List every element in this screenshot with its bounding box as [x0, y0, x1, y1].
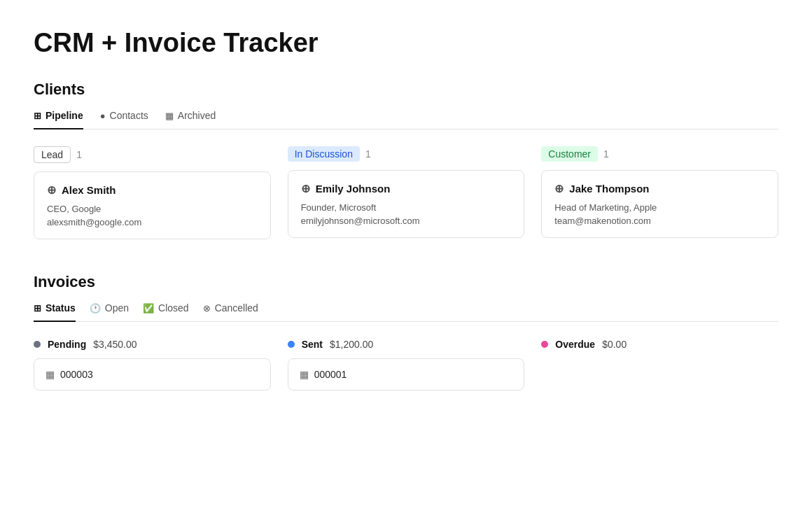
invoice-columns: Pending $3,450.00 ▦ 000003 Sent $1,200.0…	[34, 339, 778, 391]
clients-tabs: ⊞ Pipeline ● Contacts ▦ Archived	[34, 110, 778, 129]
invoice-card-000003[interactable]: ▦ 000003	[34, 358, 271, 391]
invoice-card-000001[interactable]: ▦ 000001	[288, 358, 525, 391]
tab-cancelled[interactable]: ⊗ Cancelled	[203, 302, 258, 322]
avatar-icon: ⊕	[301, 182, 310, 195]
invoice-number: 000001	[314, 369, 347, 380]
kanban-board: Lead 1 ⊕ Alex Smith CEO, Google alexsmit…	[34, 146, 778, 239]
column-label-lead: Lead	[34, 146, 71, 163]
open-icon: 🕐	[90, 303, 101, 314]
client-role: CEO, Google	[47, 204, 258, 214]
client-name-emily-johnson: ⊕ Emily Johnson	[301, 182, 512, 195]
invoices-section: Invoices ⊞ Status 🕐 Open ✅ Closed ⊗ Canc…	[34, 273, 778, 391]
client-role: Head of Marketing, Apple	[554, 202, 765, 213]
invoice-column-header-sent: Sent $1,200.00	[288, 339, 525, 350]
invoice-number: 000003	[60, 369, 93, 380]
client-email: emilyjohnson@microsoft.com	[301, 216, 512, 226]
tab-cancelled-label: Cancelled	[215, 302, 258, 314]
status-tab-icon: ⊞	[34, 303, 41, 314]
cancelled-icon: ⊗	[203, 303, 211, 314]
page-title: CRM + Invoice Tracker	[34, 28, 778, 58]
tab-pipeline-label: Pipeline	[46, 110, 83, 121]
column-count-customer: 1	[603, 148, 609, 160]
sent-dot	[288, 341, 295, 348]
client-name-text: Alex Smith	[62, 184, 116, 196]
overdue-amount: $0.00	[602, 339, 626, 350]
clients-section: Clients ⊞ Pipeline ● Contacts ▦ Archived…	[34, 80, 778, 239]
client-role: Founder, Microsoft	[301, 202, 512, 213]
avatar-icon: ⊕	[554, 182, 564, 195]
overdue-label: Overdue	[555, 339, 595, 350]
invoice-column-overdue: Overdue $0.00	[541, 339, 778, 391]
tab-status[interactable]: ⊞ Status	[34, 302, 76, 322]
tab-closed-label: Closed	[158, 302, 189, 314]
invoice-tabs: ⊞ Status 🕐 Open ✅ Closed ⊗ Cancelled	[34, 302, 778, 322]
invoices-section-title: Invoices	[34, 273, 778, 291]
tab-status-label: Status	[46, 302, 76, 314]
sent-label: Sent	[302, 339, 323, 350]
tab-contacts[interactable]: ● Contacts	[100, 110, 148, 129]
column-header-in-discussion: In Discussion 1	[288, 146, 525, 162]
invoice-column-pending: Pending $3,450.00 ▦ 000003	[34, 339, 271, 391]
pending-label: Pending	[48, 339, 86, 350]
invoice-column-sent: Sent $1,200.00 ▦ 000001	[288, 339, 525, 391]
client-email: team@makenotion.com	[554, 216, 765, 226]
invoice-id-000003: ▦ 000003	[46, 369, 259, 380]
column-count-in-discussion: 1	[365, 148, 371, 160]
kanban-column-customer: Customer 1 ⊕ Jake Thompson Head of Marke…	[541, 146, 778, 239]
pending-amount: $3,450.00	[93, 339, 136, 350]
column-header-lead: Lead 1	[34, 146, 271, 163]
invoice-id-000001: ▦ 000001	[300, 369, 513, 380]
kanban-column-lead: Lead 1 ⊕ Alex Smith CEO, Google alexsmit…	[34, 146, 271, 239]
sent-amount: $1,200.00	[330, 339, 373, 350]
overdue-dot	[541, 341, 548, 348]
invoice-doc-icon: ▦	[300, 369, 309, 380]
client-name-text: Jake Thompson	[569, 183, 649, 195]
column-label-in-discussion: In Discussion	[288, 146, 360, 162]
column-count-lead: 1	[76, 149, 82, 160]
tab-pipeline[interactable]: ⊞ Pipeline	[34, 110, 83, 129]
pending-dot	[34, 341, 41, 348]
client-card-emily-johnson[interactable]: ⊕ Emily Johnson Founder, Microsoft emily…	[288, 170, 525, 238]
tab-open-label: Open	[105, 302, 129, 314]
invoice-column-header-pending: Pending $3,450.00	[34, 339, 271, 350]
tab-archived-label: Archived	[178, 110, 216, 121]
client-email: alexsmith@google.com	[47, 217, 258, 227]
kanban-column-in-discussion: In Discussion 1 ⊕ Emily Johnson Founder,…	[288, 146, 525, 239]
invoice-column-header-overdue: Overdue $0.00	[541, 339, 778, 350]
column-header-customer: Customer 1	[541, 146, 778, 162]
contacts-icon: ●	[100, 111, 106, 121]
tab-closed[interactable]: ✅ Closed	[143, 302, 189, 322]
avatar-icon: ⊕	[47, 183, 56, 197]
client-card-alex-smith[interactable]: ⊕ Alex Smith CEO, Google alexsmith@googl…	[34, 171, 271, 239]
clients-section-title: Clients	[34, 80, 778, 99]
column-label-customer: Customer	[541, 146, 598, 162]
client-name-jake-thompson: ⊕ Jake Thompson	[554, 182, 765, 195]
client-card-jake-thompson[interactable]: ⊕ Jake Thompson Head of Marketing, Apple…	[541, 170, 778, 238]
closed-icon: ✅	[143, 303, 154, 314]
invoice-doc-icon: ▦	[46, 369, 55, 380]
archived-icon: ▦	[165, 111, 174, 121]
tab-contacts-label: Contacts	[110, 110, 148, 121]
client-name-text: Emily Johnson	[316, 183, 391, 195]
client-name-alex-smith: ⊕ Alex Smith	[47, 183, 258, 197]
tab-open[interactable]: 🕐 Open	[90, 302, 129, 322]
tab-archived[interactable]: ▦ Archived	[165, 110, 216, 129]
pipeline-icon: ⊞	[34, 111, 41, 121]
